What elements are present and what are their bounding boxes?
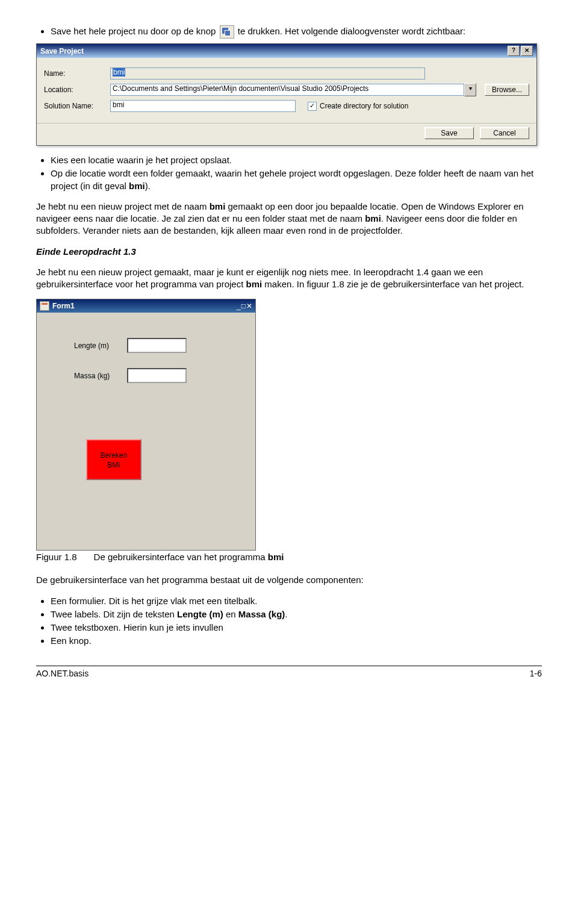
text: te drukken. Het volgende dialoogvenster … xyxy=(238,26,466,36)
form-icon xyxy=(40,301,49,311)
create-directory-checkbox[interactable]: ✓ Create directory for solution xyxy=(308,102,408,111)
einde-leeropdracht: Einde Leeropdracht 1.3 xyxy=(36,246,542,258)
comp-formulier: Een formulier. Dit is het grijze vlak me… xyxy=(51,595,542,607)
lengte-label: Lengte (m) xyxy=(74,342,109,350)
close-button[interactable]: ✕ xyxy=(246,302,252,310)
dialog-titlebar: Save Project ? ✕ xyxy=(37,44,536,58)
paragraph-next-step: Je hebt nu een nieuw project gemaakt, ma… xyxy=(36,266,542,291)
bullet-folder-created: Op die locatie wordt een folder gemaakt,… xyxy=(51,167,542,192)
checkbox-icon: ✓ xyxy=(308,102,317,111)
bullet-save-project: Save het hele project nu door op de knop… xyxy=(51,25,542,39)
text-bold: bmi xyxy=(129,181,145,191)
text-bold: bmi xyxy=(210,201,226,211)
comp-labels: Twee labels. Dit zijn de teksten Lengte … xyxy=(51,608,542,620)
footer-right: 1-6 xyxy=(530,669,542,678)
footer-left: AO.NET.basis xyxy=(36,669,89,678)
text-bold: Lengte (m) xyxy=(177,609,223,619)
name-label: Name: xyxy=(44,69,110,78)
button-text-1: Bereken xyxy=(101,451,128,460)
location-input[interactable]: C:\Documents and Settings\Pieter\Mijn do… xyxy=(110,84,464,96)
solution-name-input[interactable]: bmi xyxy=(110,100,296,112)
save-all-icon xyxy=(220,25,234,39)
save-button[interactable]: Save xyxy=(424,127,474,139)
figure-text: De gebruikersinterface van het programma… xyxy=(94,552,284,562)
text-bold: bmi xyxy=(268,552,284,562)
comp-tekstboxen: Twee tekstboxen. Hierin kun je iets invu… xyxy=(51,622,542,634)
location-label: Location: xyxy=(44,86,110,94)
text: Twee labels. Dit zijn de teksten xyxy=(51,609,177,619)
text: Je hebt nu een nieuw project met de naam xyxy=(36,201,210,211)
paragraph-components: De gebruikersinterface van het programma… xyxy=(36,574,542,586)
button-text-2: BMI xyxy=(107,461,120,469)
text: Op die locatie wordt een folder gemaakt,… xyxy=(51,168,533,190)
cancel-button[interactable]: Cancel xyxy=(480,127,529,139)
text-bold: Massa (kg) xyxy=(238,609,285,619)
text: en xyxy=(223,609,238,619)
browse-button[interactable]: Browse... xyxy=(485,84,529,96)
figure-caption: Figuur 1.8 De gebruikersinterface van he… xyxy=(36,552,542,562)
minimize-button[interactable]: _ xyxy=(237,302,241,310)
name-input[interactable]: bmi xyxy=(110,67,425,80)
text-bold: bmi xyxy=(365,213,381,223)
text: De gebruikersinterface van het programma xyxy=(94,552,268,562)
location-dropdown[interactable]: ▾ xyxy=(464,83,476,96)
text: Save het hele project nu door op de knop xyxy=(51,26,216,36)
figure-number: Figuur 1.8 xyxy=(36,552,77,562)
form1-titlebar: Form1 _ □ ✕ xyxy=(37,299,255,313)
text: . xyxy=(285,609,287,619)
form1-title: Form1 xyxy=(52,302,75,310)
massa-label: Massa (kg) xyxy=(74,372,110,380)
comp-knop: Een knop. xyxy=(51,635,542,647)
dialog-title: Save Project xyxy=(40,47,84,55)
help-button[interactable]: ? xyxy=(508,46,520,56)
name-value-selected: bmi xyxy=(113,68,125,76)
checkbox-label: Create directory for solution xyxy=(320,102,408,110)
text: maken. In figuur 1.8 zie je de gebruiker… xyxy=(262,279,524,289)
paragraph-project-created: Je hebt nu een nieuw project met de naam… xyxy=(36,201,542,237)
text-bold: bmi xyxy=(246,279,263,289)
bullet-choose-location: Kies een locatie waarin je het project o… xyxy=(51,154,542,166)
save-project-dialog: Save Project ? ✕ Name: bmi Location: C:\… xyxy=(36,43,537,146)
maximize-button[interactable]: □ xyxy=(241,302,246,310)
text: ). xyxy=(145,181,151,191)
solution-name-label: Solution Name: xyxy=(44,102,110,110)
massa-input[interactable] xyxy=(127,368,187,383)
footer-divider xyxy=(36,666,542,666)
form1-window: Form1 _ □ ✕ Lengte (m) Massa (kg) Bereke… xyxy=(36,299,256,551)
bereken-bmi-button[interactable]: Bereken BMI xyxy=(86,439,141,480)
lengte-input[interactable] xyxy=(127,338,187,353)
close-button[interactable]: ✕ xyxy=(521,46,533,56)
